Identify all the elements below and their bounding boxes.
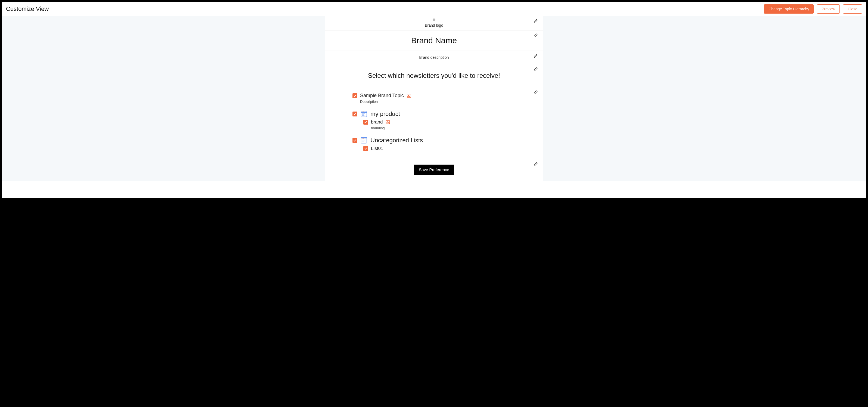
main-area: Brand logo Brand Name Brand description … <box>2 16 866 181</box>
svg-point-11 <box>387 121 388 122</box>
topic-checkbox[interactable] <box>352 93 358 98</box>
topic-item: Uncategorized Lists List01 <box>352 137 532 151</box>
topic-checkbox[interactable] <box>352 112 358 116</box>
window-icon <box>360 110 368 118</box>
edit-newsletter-heading-button[interactable] <box>533 67 538 73</box>
sub-topic-description: branding <box>371 126 532 130</box>
topic-label: Uncategorized Lists <box>370 137 423 144</box>
sub-topic-item: brand <box>363 119 532 125</box>
edit-brand-name-button[interactable] <box>533 33 538 39</box>
svg-point-15 <box>363 138 363 139</box>
topic-checkbox[interactable] <box>352 138 358 143</box>
topics-section: Sample Brand Topic Description <box>325 87 543 159</box>
modal-header: Customize View Change Topic Hierarchy Pr… <box>2 2 866 16</box>
save-preference-button[interactable]: Save Preference <box>414 165 454 175</box>
sub-topic-label: List01 <box>371 146 383 151</box>
sub-topic-label: brand <box>371 119 383 125</box>
window-icon <box>360 137 368 144</box>
topic-description: Description <box>360 99 532 104</box>
brand-name-label: Brand Name <box>411 36 457 45</box>
header-actions: Change Topic Hierarchy Preview Close <box>764 4 862 13</box>
edit-topics-button[interactable] <box>533 90 538 96</box>
edit-brand-logo-button[interactable] <box>533 19 538 25</box>
brand-name-section: Brand Name <box>325 30 543 51</box>
change-topic-hierarchy-button[interactable]: Change Topic Hierarchy <box>764 4 814 13</box>
newsletter-heading: Select which newsletters you'd like to r… <box>331 69 537 82</box>
topic-item: Sample Brand Topic Description <box>352 93 532 104</box>
image-icon <box>407 93 411 98</box>
image-icon <box>385 120 390 125</box>
brand-description-label: Brand description <box>419 55 449 60</box>
svg-point-6 <box>363 112 364 112</box>
brand-logo-label: Brand logo <box>425 23 443 27</box>
newsletter-heading-section: Select which newsletters you'd like to r… <box>325 64 543 87</box>
brand-logo-section: Brand logo <box>325 16 543 30</box>
save-section: Save Preference <box>325 159 543 181</box>
svg-point-1 <box>408 95 408 95</box>
brand-description-section: Brand description <box>325 51 543 64</box>
star-icon <box>432 17 436 23</box>
edit-save-button-icon[interactable] <box>533 162 538 168</box>
close-button[interactable]: Close <box>843 4 862 13</box>
preference-card: Brand logo Brand Name Brand description … <box>325 16 543 181</box>
svg-point-16 <box>363 138 364 139</box>
svg-point-14 <box>362 138 362 139</box>
topic-label: my product <box>370 111 400 118</box>
topic-checkbox[interactable] <box>363 120 368 125</box>
topic-checkbox[interactable] <box>363 146 368 151</box>
edit-brand-description-button[interactable] <box>533 54 538 60</box>
preview-button[interactable]: Preview <box>817 4 840 13</box>
svg-point-5 <box>363 112 363 112</box>
topic-label: Sample Brand Topic <box>360 93 404 98</box>
page-title: Customize View <box>6 5 49 12</box>
svg-point-4 <box>362 112 362 112</box>
topic-item: my product brand brandi <box>352 110 532 130</box>
sub-topic-item: List01 <box>363 146 532 151</box>
